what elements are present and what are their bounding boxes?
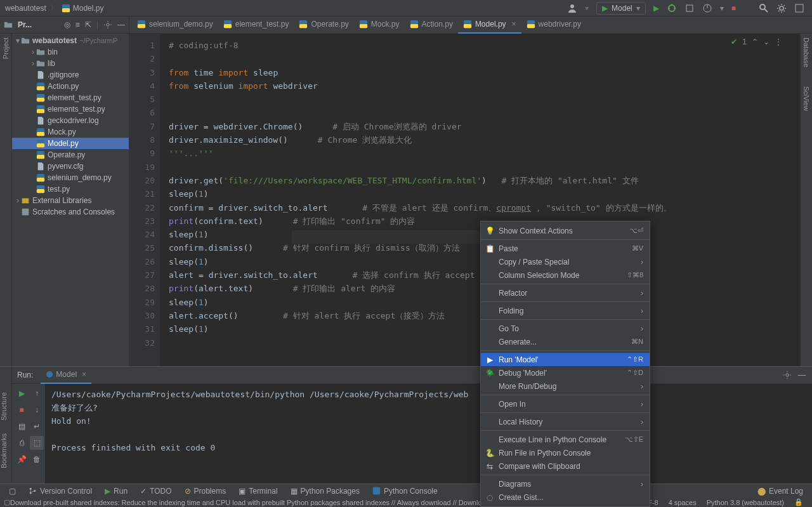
menu-separator xyxy=(481,395,650,395)
editor-tab[interactable]: selenium_demo.py xyxy=(132,16,218,34)
editor-tab[interactable]: Model.py× xyxy=(458,16,521,34)
tree-row[interactable]: test.py xyxy=(12,183,129,195)
menu-item[interactable]: 🪲Debug 'Model'⌃⇧D xyxy=(481,366,650,379)
packages-tool[interactable]: ▦Python Packages xyxy=(285,487,365,496)
svg-rect-19 xyxy=(299,24,307,28)
vcs-tool[interactable]: Version Control xyxy=(23,487,97,496)
menu-item[interactable]: ▶Run 'Model'⌃⇧R xyxy=(481,353,650,366)
select-target-icon[interactable]: ◎ xyxy=(64,20,70,29)
down-icon[interactable]: ↓ xyxy=(30,403,44,417)
structure-tool-button[interactable]: Structure xyxy=(0,392,8,421)
menu-item[interactable]: Execute Line in Python Console⌥⇧E xyxy=(481,433,650,446)
hide-panel-icon[interactable]: — xyxy=(798,371,806,379)
event-log-tool[interactable]: ⬤Event Log xyxy=(752,487,808,496)
coverage-icon[interactable] xyxy=(684,3,695,13)
close-icon[interactable]: × xyxy=(512,20,516,29)
rerun-icon[interactable]: ▶ xyxy=(15,386,29,400)
code-content[interactable]: # coding:utf-8 from time import sleepfro… xyxy=(160,34,800,366)
tree-row[interactable]: Scratches and Consoles xyxy=(12,206,129,218)
editor-tab[interactable]: Operate.py xyxy=(294,16,353,34)
run-tool[interactable]: ▶Run xyxy=(100,487,133,496)
editor-tab[interactable]: Action.py xyxy=(405,16,458,34)
problems-tool[interactable]: ⊘Problems xyxy=(180,487,232,496)
layout-icon[interactable]: ▤ xyxy=(15,419,29,433)
editor-tab[interactable]: Mock.py xyxy=(354,16,405,34)
tree-row[interactable]: element_test.py xyxy=(12,92,129,103)
settings-icon[interactable] xyxy=(776,3,787,13)
menu-item[interactable]: Diagrams› xyxy=(481,477,650,491)
tree-row[interactable]: pyvenv.cfg xyxy=(12,161,129,172)
menu-item[interactable]: ◌Create Gist... xyxy=(481,491,650,504)
up-icon[interactable]: ↑ xyxy=(30,386,44,400)
wrap-icon[interactable]: ↵ xyxy=(30,419,44,433)
svg-point-2 xyxy=(570,4,574,8)
project-tool-button[interactable]: Project xyxy=(2,37,10,59)
trash-icon[interactable]: 🗑 xyxy=(30,452,44,466)
python-interpreter[interactable]: Python 3.8 (webautotest) xyxy=(702,499,789,506)
print-icon[interactable]: ⎙ xyxy=(15,436,29,450)
tree-row[interactable]: ▾webautotest~/PycharmP xyxy=(12,35,129,46)
menu-item[interactable]: 🐍Run File in Python Console xyxy=(481,446,650,459)
sciview-tool-button[interactable]: SciView xyxy=(802,86,810,111)
tool-window-icon[interactable]: ▢ xyxy=(4,487,21,496)
user-icon[interactable] xyxy=(567,3,577,13)
hide-icon[interactable]: — xyxy=(117,20,125,29)
run-label: Run: xyxy=(17,371,33,379)
editor-tab[interactable]: element_test.py xyxy=(218,16,294,34)
gear-icon[interactable] xyxy=(103,20,112,29)
tree-row[interactable]: Action.py xyxy=(12,81,129,92)
collapse-icon[interactable]: ⇱ xyxy=(85,20,91,29)
menu-separator xyxy=(481,475,650,475)
tree-row[interactable]: ›lib xyxy=(12,58,129,69)
menu-item[interactable]: Open In› xyxy=(481,397,650,411)
database-tool-button[interactable]: Database xyxy=(802,37,810,67)
todo-tool[interactable]: ✓TODO xyxy=(135,487,176,496)
status-icon[interactable]: ▢ xyxy=(4,498,10,506)
run-config-name: Model xyxy=(612,4,632,13)
menu-item[interactable]: More Run/Debug› xyxy=(481,379,650,393)
tree-row[interactable]: elements_test.py xyxy=(12,103,129,115)
run-settings-icon[interactable] xyxy=(783,371,792,379)
search-icon[interactable] xyxy=(759,3,769,13)
run-button[interactable]: ▶ xyxy=(653,4,659,13)
console-tool[interactable]: Python Console xyxy=(367,487,443,496)
tree-row[interactable]: geckodriver.log xyxy=(12,115,129,126)
debug-button[interactable] xyxy=(667,3,677,13)
breadcrumb-project[interactable]: webautotest xyxy=(5,4,46,13)
pin-icon[interactable]: 📌 xyxy=(15,452,29,466)
tree-row[interactable]: Operate.py xyxy=(12,149,129,161)
tree-row[interactable]: Mock.py xyxy=(12,126,129,138)
editor-tab[interactable]: webdriver.py xyxy=(521,16,586,34)
project-dropdown[interactable]: Pr... xyxy=(18,20,59,29)
menu-item[interactable]: Local History› xyxy=(481,415,650,428)
menu-separator xyxy=(481,430,650,431)
run-tab-model[interactable]: Model × xyxy=(41,367,91,384)
lock-icon[interactable]: 🔒 xyxy=(789,498,808,506)
bookmarks-tool-button[interactable]: Bookmarks xyxy=(0,433,8,468)
tree-row[interactable]: selenium_demo.py xyxy=(12,172,129,183)
profile-icon[interactable] xyxy=(702,3,712,13)
tree-row[interactable]: Model.py xyxy=(12,138,129,149)
close-tab-icon[interactable]: × xyxy=(82,370,86,379)
menu-item[interactable]: ⇆Compare with Clipboard xyxy=(481,459,650,473)
editor[interactable]: 1234567891920212223242526272829303132 # … xyxy=(129,34,800,366)
stop-icon[interactable]: ■ xyxy=(15,403,29,417)
right-tool-strip: Database SciView xyxy=(800,34,812,366)
terminal-tool[interactable]: ▣Terminal xyxy=(233,487,282,496)
chevron-right-icon: › xyxy=(641,480,643,489)
project-tree[interactable]: ▾webautotest~/PycharmP›bin›lib.gitignore… xyxy=(12,34,129,366)
menu-separator xyxy=(481,350,650,351)
svg-line-10 xyxy=(764,9,768,12)
tree-row[interactable]: ›bin xyxy=(12,46,129,58)
chevron-right-icon: › xyxy=(641,382,643,391)
indent[interactable]: 4 spaces xyxy=(664,499,702,506)
export-icon[interactable]: ⬚ xyxy=(30,436,44,450)
tree-row[interactable]: .gitignore xyxy=(12,69,129,81)
expand-icon[interactable]: ≡ xyxy=(75,20,80,29)
breadcrumb-file[interactable]: Model.py xyxy=(73,4,104,13)
tree-row[interactable]: ›External Libraries xyxy=(12,195,129,206)
ide-icon[interactable] xyxy=(794,3,804,13)
run-config-selector[interactable]: ▶ Model ▾ xyxy=(596,2,646,15)
stop-button[interactable]: ■ xyxy=(731,4,736,13)
run-output[interactable]: /Users/caoke/PycharmProjects/webautotest… xyxy=(45,384,812,494)
